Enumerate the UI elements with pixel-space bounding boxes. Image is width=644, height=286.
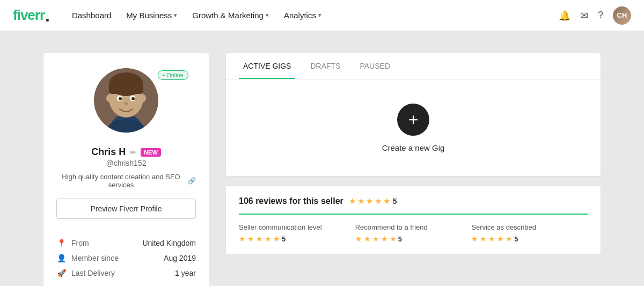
overall-stars: ★ ★ ★ ★ ★ 5 xyxy=(349,196,397,206)
profile-name-row: Chris H ✏ NEW xyxy=(56,146,196,158)
right-panel: ACTIVE GIGS DRAFTS PAUSED + Create a new… xyxy=(225,53,601,286)
messages-icon[interactable]: ✉ xyxy=(580,10,588,21)
svg-point-12 xyxy=(141,94,146,102)
chevron-down-icon: ▾ xyxy=(174,12,177,19)
star-2: ★ xyxy=(357,196,364,206)
reviews-card: 106 reviews for this seller ★ ★ ★ ★ ★ 5 … xyxy=(225,185,601,254)
member-icon: 👤 xyxy=(56,254,66,262)
svg-point-10 xyxy=(124,102,128,105)
meta-row-member: 👤 Member since Aug 2019 xyxy=(56,254,196,262)
from-value: United Kingdom xyxy=(142,239,196,247)
main-content: • Online xyxy=(0,31,644,286)
plus-icon: + xyxy=(397,104,429,136)
gigs-body: + Create a new Gig xyxy=(226,79,601,176)
tab-paused[interactable]: PAUSED xyxy=(355,53,394,79)
star-4: ★ xyxy=(375,196,382,206)
metric-recommend-label: Recommend to a friend xyxy=(355,223,472,231)
tab-active-gigs[interactable]: ACTIVE GIGS xyxy=(239,53,295,79)
nav-analytics[interactable]: Analytics ▾ xyxy=(279,0,327,31)
profile-card: • Online xyxy=(43,53,209,286)
logo[interactable]: fiverr. xyxy=(13,7,49,24)
svg-point-9 xyxy=(131,97,135,100)
nav-my-business[interactable]: My Business ▾ xyxy=(121,0,182,31)
profile-username: @chrish152 xyxy=(56,159,196,167)
location-icon: 📍 xyxy=(56,239,66,247)
delivery-value: 1 year xyxy=(175,269,196,277)
profile-avatar xyxy=(94,68,158,133)
avatar-svg xyxy=(94,68,158,133)
metric-communication-label: Seller communication level xyxy=(239,223,355,231)
metric-service: Service as described ★ ★ ★ ★ ★ 5 xyxy=(471,223,588,243)
metric-service-stars: ★ ★ ★ ★ ★ 5 xyxy=(471,234,588,243)
meta-row-delivery: 🚀 Last Delivery 1 year xyxy=(56,269,196,277)
nav-growth-marketing[interactable]: Growth & Marketing ▾ xyxy=(187,0,274,31)
metric-service-label: Service as described xyxy=(471,223,588,231)
profile-meta: 📍 From United Kingdom 👤 Member since Aug… xyxy=(56,230,196,277)
overall-score: 5 xyxy=(393,197,397,206)
new-badge: NEW xyxy=(141,148,161,157)
delivery-label: Last Delivery xyxy=(71,269,170,277)
metric-recommend: Recommend to a friend ★ ★ ★ ★ ★ 5 xyxy=(355,223,472,243)
tab-drafts[interactable]: DRAFTS xyxy=(306,53,345,79)
svg-point-8 xyxy=(119,97,122,100)
create-gig-button[interactable]: + Create a new Gig xyxy=(382,104,445,152)
from-label: From xyxy=(71,239,137,247)
reviews-title: 106 reviews for this seller xyxy=(239,196,343,206)
profile-bio: High quality content creation and SEO se… xyxy=(56,173,196,189)
chevron-down-icon: ▾ xyxy=(266,12,269,19)
avatar[interactable]: CH xyxy=(613,6,631,25)
member-label: Member since xyxy=(71,254,158,262)
preview-profile-button[interactable]: Preview Fiverr Profile xyxy=(56,199,196,219)
star-3: ★ xyxy=(366,196,373,206)
help-icon[interactable]: ? xyxy=(598,10,603,21)
notifications-icon[interactable]: 🔔 xyxy=(559,10,570,21)
nav-right: 🔔 ✉ ? CH xyxy=(559,6,631,25)
metric-recommend-stars: ★ ★ ★ ★ ★ 5 xyxy=(355,234,472,243)
star-5: ★ xyxy=(383,196,390,206)
member-value: Aug 2019 xyxy=(164,254,196,262)
create-gig-label: Create a new Gig xyxy=(382,143,445,152)
tabs-row: ACTIVE GIGS DRAFTS PAUSED xyxy=(226,53,601,79)
reviews-header: 106 reviews for this seller ★ ★ ★ ★ ★ 5 xyxy=(239,196,588,215)
chevron-down-icon: ▾ xyxy=(318,12,321,19)
navbar: fiverr. Dashboard My Business ▾ Growth &… xyxy=(0,0,644,31)
metric-communication: Seller communication level ★ ★ ★ ★ ★ 5 xyxy=(239,223,355,243)
metric-communication-stars: ★ ★ ★ ★ ★ 5 xyxy=(239,234,355,243)
svg-rect-5 xyxy=(109,83,143,94)
nav-dashboard[interactable]: Dashboard xyxy=(67,0,116,31)
online-badge: • Online xyxy=(158,70,188,80)
nav-items: Dashboard My Business ▾ Growth & Marketi… xyxy=(67,0,559,31)
delivery-icon: 🚀 xyxy=(56,269,66,277)
svg-point-11 xyxy=(106,94,112,102)
meta-row-from: 📍 From United Kingdom xyxy=(56,239,196,247)
profile-name: Chris H xyxy=(91,146,126,158)
star-1: ★ xyxy=(349,196,356,206)
reviews-metrics: Seller communication level ★ ★ ★ ★ ★ 5 R… xyxy=(239,223,588,243)
gigs-card: ACTIVE GIGS DRAFTS PAUSED + Create a new… xyxy=(225,53,601,177)
edit-icon[interactable]: ✏ xyxy=(130,148,136,157)
link-icon: 🔗 xyxy=(188,177,196,185)
profile-avatar-wrap: • Online xyxy=(56,68,196,140)
